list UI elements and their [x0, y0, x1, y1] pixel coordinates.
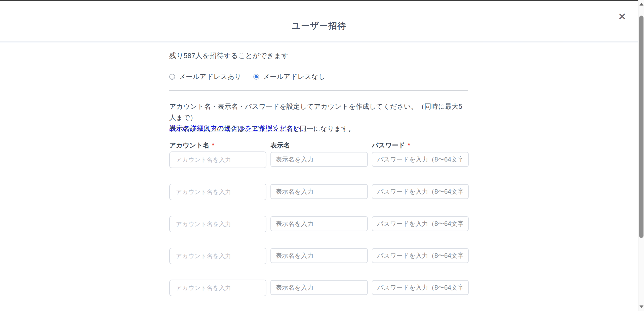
radio-without-email-label: メールアドレスなし	[263, 72, 325, 81]
password-input[interactable]	[372, 152, 469, 167]
password-input[interactable]	[372, 184, 469, 199]
manual-link[interactable]: 設定の詳細はマニュアルをご参照ください。	[169, 124, 310, 133]
radio-with-email-label: メールアドレスあり	[179, 72, 241, 81]
form-row	[169, 280, 469, 296]
display-name-input[interactable]	[270, 280, 368, 295]
required-marker: *	[212, 141, 214, 149]
scroll-up-button[interactable]	[638, 0, 644, 9]
form-row	[169, 216, 469, 232]
remaining-invites-text: 残り587人を招待することができます	[169, 51, 289, 61]
password-input[interactable]	[372, 248, 469, 263]
modal-body: 残り587人を招待することができます メールアドレスあり メールアドレスなし ア…	[169, 0, 469, 311]
radio-with-email[interactable]: メールアドレスあり	[169, 72, 241, 81]
account-name-input[interactable]	[169, 248, 266, 264]
scroll-down-icon	[639, 305, 643, 308]
scrollbar-thumb[interactable]	[639, 16, 643, 238]
section-divider	[169, 90, 468, 91]
form-row	[169, 184, 469, 200]
form-row	[169, 151, 469, 168]
scroll-down-button[interactable]	[638, 302, 644, 311]
display-name-input[interactable]	[270, 248, 368, 263]
form-row	[169, 248, 469, 264]
vertical-scrollbar[interactable]	[638, 0, 644, 311]
account-name-input[interactable]	[169, 280, 266, 296]
account-name-input[interactable]	[169, 184, 266, 200]
password-input[interactable]	[372, 280, 469, 295]
display-name-input[interactable]	[270, 152, 368, 167]
column-headers-row: アカウント名* 表示名 パスワード*	[169, 141, 469, 150]
close-icon: ✕	[618, 12, 626, 22]
account-name-input[interactable]	[169, 216, 266, 232]
radio-without-email[interactable]: メールアドレスなし	[253, 72, 325, 81]
column-header-display: 表示名	[270, 141, 368, 150]
column-header-password: パスワード*	[372, 141, 469, 150]
password-input[interactable]	[372, 216, 469, 231]
display-name-input[interactable]	[270, 184, 368, 199]
radio-circle-icon	[169, 74, 175, 80]
radio-circle-icon	[253, 74, 259, 80]
scroll-up-icon	[639, 3, 643, 6]
account-name-input[interactable]	[169, 151, 266, 168]
column-header-account: アカウント名*	[169, 141, 266, 150]
required-marker: *	[408, 141, 410, 149]
instruction-line-1: アカウント名・表示名・パスワードを設定してアカウントを作成してください。（同時に…	[169, 101, 469, 123]
email-mode-radio-group: メールアドレスあり メールアドレスなし	[169, 72, 325, 81]
close-button[interactable]: ✕	[617, 11, 628, 22]
display-name-input[interactable]	[270, 216, 368, 231]
